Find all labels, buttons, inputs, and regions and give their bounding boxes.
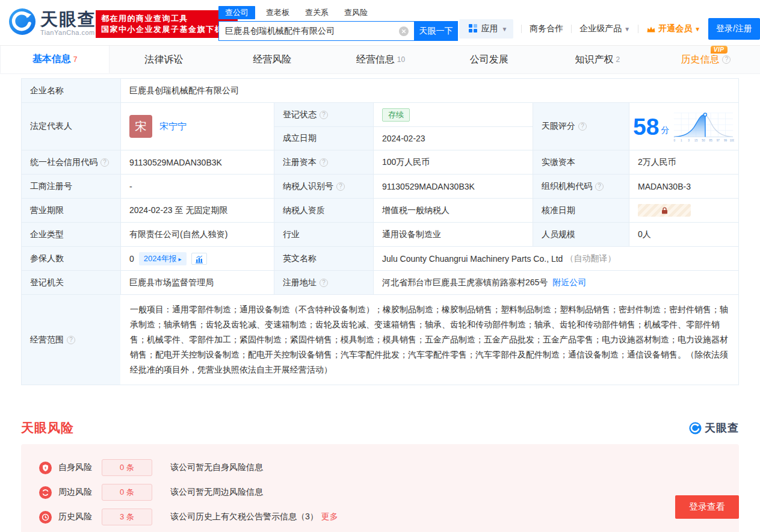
avatar[interactable]: 宋 (129, 115, 152, 138)
legal-rep-cell: 宋 宋宁宁 (120, 103, 274, 150)
crown-icon (646, 25, 656, 33)
shield-lightning-icon (39, 462, 52, 474)
paid-capital-value: 2万人民币 (629, 150, 738, 174)
question-icon[interactable] (578, 122, 587, 131)
tab-basic-info[interactable]: 基本信息7 (0, 46, 110, 73)
apps-menu[interactable]: 应用 ▼ (459, 19, 513, 39)
question-icon[interactable] (320, 111, 328, 119)
legal-rep-link[interactable]: 宋宁宁 (159, 121, 187, 132)
business-term-label: 营业期限 (22, 199, 120, 222)
industry-value: 通用设备制造业 (373, 223, 533, 246)
registry-label: 登记机关 (22, 271, 120, 294)
taxpayer-quality-label: 纳税人资质 (274, 199, 373, 222)
tab-operation-risk[interactable]: 经营风险 (218, 46, 326, 73)
login-register-button[interactable]: 登录/注册 (708, 18, 760, 40)
lock-icon (661, 207, 668, 214)
search-input[interactable] (218, 21, 414, 41)
credit-code-label: 统一社会信用代码 (22, 150, 120, 174)
business-scope-label: 经营范围 (22, 295, 120, 385)
vip-membership-menu[interactable]: 开通会员 ▼ (646, 23, 700, 34)
question-icon[interactable] (722, 55, 731, 64)
reg-address-value: 河北省邢台市巨鹿县王虎寨镇前路寨村265号 (382, 277, 548, 288)
reg-capital-label: 注册资本 (274, 150, 373, 174)
vip-badge: VIP (711, 46, 728, 54)
svg-text:100: 100 (730, 139, 734, 142)
search-area: 查公司 查老板 查关系 查风险 天眼一下 (218, 6, 458, 41)
svg-text:3: 3 (688, 139, 690, 142)
question-icon[interactable] (336, 182, 345, 191)
brand-name: 天眼查 (40, 10, 96, 29)
company-name-value: 巨鹿县创瑞机械配件有限公司 (120, 79, 738, 102)
insured-count-value: 0 (129, 254, 134, 264)
business-term-value: 2024-02-23 至 无固定期限 (120, 199, 274, 222)
legal-rep-label: 法定代表人 (22, 103, 120, 150)
svg-text:15: 15 (694, 139, 698, 142)
search-tab-relation[interactable]: 查关系 (305, 7, 329, 18)
clear-icon[interactable] (399, 26, 409, 36)
more-link[interactable]: 更多 (321, 512, 338, 522)
cycle-arrows-icon (39, 486, 52, 499)
divider (638, 25, 638, 33)
approval-date-label: 核准日期 (533, 199, 629, 222)
search-tab-boss[interactable]: 查老板 (266, 7, 289, 18)
org-code-label: 组织机构代码 (533, 175, 629, 198)
risk-section-header: 天眼风险 天眼查 (21, 419, 739, 436)
annual-report-badge[interactable]: 2024年报 ▸ (139, 252, 187, 265)
tab-history-info[interactable]: 历史信息 VIP (652, 46, 760, 73)
english-name-label: 英文名称 (274, 247, 373, 270)
trend-chart-button[interactable] (191, 253, 207, 265)
search-tab-risk[interactable]: 查风险 (344, 7, 368, 18)
question-icon[interactable] (320, 279, 328, 287)
english-name-value: Julu County Chuangrui Machinery Parts Co… (382, 254, 563, 264)
svg-text:1: 1 (681, 139, 682, 142)
tianyan-score-value[interactable]: 58 分 (629, 103, 738, 150)
tab-operation-info[interactable]: 经营信息10 (326, 46, 434, 73)
promo-banner: 都在用的商业查询工具 国家中小企业发展子基金旗下机构 (96, 10, 238, 38)
reg-status-label: 登记状态 (274, 103, 373, 126)
section-tabbar: 基本信息7 法律诉讼 经营风险 经营信息10 公司发展 知识产权2 历史信息 V… (0, 46, 760, 74)
divider (521, 25, 522, 33)
company-info-table: 企业名称 巨鹿县创瑞机械配件有限公司 法定代表人 宋 宋宁宁 登记状态 存续 成… (21, 78, 739, 385)
question-icon[interactable] (320, 158, 328, 167)
bar-chart-icon (195, 255, 203, 264)
nearby-companies-link[interactable]: 附近公司 (552, 277, 586, 288)
tianyan-score-label: 天眼评分 (533, 103, 629, 150)
login-to-view-button[interactable]: 登录查看 (675, 495, 739, 519)
risk-row-peripheral: 周边风险 0 条 该公司暂无周边风险信息 (39, 484, 739, 500)
risk-row-history: 历史风险 3 条 该公司历史上有欠税公告警示信息（3） 更多 (39, 509, 739, 525)
search-tab-company[interactable]: 查公司 (218, 6, 255, 19)
insured-count-label: 参保人数 (22, 247, 120, 270)
status-badge: 存续 (382, 108, 410, 122)
credit-code-value: 91130529MADAN30B3K (120, 150, 274, 174)
reg-capital-value: 100万人民币 (373, 150, 533, 174)
enterprise-products-menu[interactable]: 企业级产品▼ (579, 23, 630, 34)
tianyancha-logo-icon (8, 8, 36, 38)
risk-panel: 自身风险 0 条 该公司暂无自身风险信息 周边风险 0 条 该公司暂无周边风险信… (21, 444, 739, 532)
search-type-tabs: 查公司 查老板 查关系 查风险 (218, 6, 458, 19)
biz-cooperation-link[interactable]: 商务合作 (530, 23, 563, 34)
tab-legal-litigation[interactable]: 法律诉讼 (110, 46, 218, 73)
locked-value[interactable] (638, 204, 691, 217)
search-button[interactable]: 天眼一下 (414, 21, 458, 41)
svg-text:50: 50 (702, 139, 706, 142)
risk-count-badge[interactable]: 0 条 (102, 484, 152, 501)
score-number: 58 (633, 115, 659, 138)
risk-count-badge[interactable]: 3 条 (102, 509, 152, 525)
chevron-down-icon: ▼ (501, 26, 507, 32)
tab-intellectual-property[interactable]: 知识产权2 (543, 46, 652, 73)
risk-section-title: 天眼风险 (21, 419, 74, 436)
chevron-down-icon: ▼ (624, 26, 630, 32)
org-code-value: MADAN30B-3 (629, 175, 738, 198)
question-icon[interactable] (595, 182, 604, 191)
tianyancha-logo[interactable]: 天眼查 TianYanCha.com (8, 8, 96, 38)
tab-company-development[interactable]: 公司发展 (435, 46, 543, 73)
risk-count-badge[interactable]: 0 条 (102, 459, 152, 476)
business-scope-value: 一般项目：通用零部件制造；通用设备制造（不含特种设备制造）；橡胶制品制造；橡胶制… (120, 295, 738, 385)
question-icon[interactable] (100, 158, 109, 167)
company-name-label: 企业名称 (22, 79, 120, 102)
clock-icon (39, 511, 52, 524)
question-icon[interactable] (67, 336, 75, 344)
taxpayer-id-value: 91130529MADAN30B3K (373, 175, 533, 198)
paid-capital-label: 实缴资本 (533, 150, 629, 174)
biz-reg-no-value: - (120, 175, 274, 198)
